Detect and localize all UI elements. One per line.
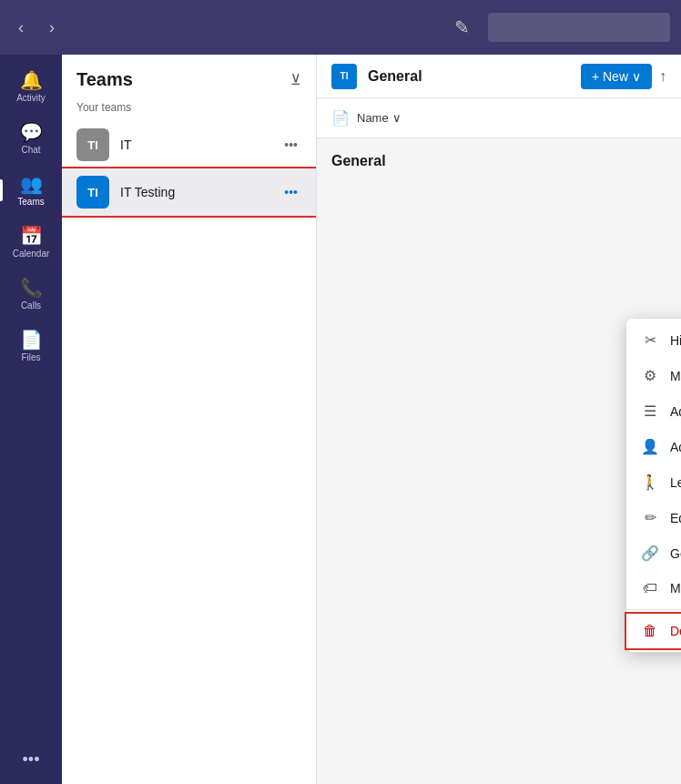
sidebar-item-teams[interactable]: 👥 Teams bbox=[0, 166, 62, 214]
sidebar: 🔔 Activity 💬 Chat 👥 Teams 📅 Calendar 📞 C… bbox=[0, 55, 62, 784]
filter-icon[interactable]: ⊻ bbox=[290, 71, 301, 88]
sidebar-label-teams: Teams bbox=[17, 197, 44, 207]
context-menu: ✂ Hide ⚙ Manage team ☰ Add channel 👤 Add… bbox=[626, 319, 681, 652]
menu-label-edit-team: Edit team bbox=[670, 511, 681, 525]
team-more-it[interactable]: ••• bbox=[280, 134, 301, 156]
teams-panel: Teams ⊻ Your teams TI IT ••• TI IT Testi… bbox=[62, 55, 317, 784]
edit-team-icon: ✏ bbox=[641, 509, 659, 526]
hide-icon: ✂ bbox=[641, 331, 659, 349]
chat-icon: 💬 bbox=[20, 121, 43, 143]
manage-team-icon: ⚙ bbox=[641, 367, 659, 384]
sidebar-label-files: Files bbox=[21, 352, 40, 362]
team-item-it-testing[interactable]: TI IT Testing ••• bbox=[62, 168, 316, 216]
sidebar-item-calls[interactable]: 📞 Calls bbox=[0, 270, 62, 318]
leave-team-icon: 🚶 bbox=[641, 473, 659, 491]
menu-item-manage-tags[interactable]: 🏷 Manage tags bbox=[626, 571, 681, 606]
new-label: + New bbox=[592, 69, 628, 84]
menu-item-delete-team[interactable]: 🗑 Delete the team bbox=[626, 614, 681, 648]
add-channel-icon: ☰ bbox=[641, 402, 659, 420]
menu-item-add-member[interactable]: 👤 Add member bbox=[626, 429, 681, 464]
delete-team-icon: 🗑 bbox=[641, 623, 659, 639]
menu-item-manage-team[interactable]: ⚙ Manage team bbox=[626, 358, 681, 393]
new-chevron-icon: ∨ bbox=[632, 69, 641, 84]
sidebar-item-chat[interactable]: 💬 Chat bbox=[0, 114, 62, 162]
menu-item-leave-team[interactable]: 🚶 Leave the team bbox=[626, 464, 681, 500]
general-label: General bbox=[331, 153, 386, 168]
team-name-it-testing: IT Testing bbox=[120, 185, 269, 199]
sidebar-item-files[interactable]: 📄 Files bbox=[0, 321, 62, 370]
your-teams-label: Your teams bbox=[62, 97, 316, 121]
activity-icon: 🔔 bbox=[20, 69, 43, 91]
menu-label-manage-team: Manage team bbox=[670, 369, 681, 383]
menu-item-hide[interactable]: ✂ Hide bbox=[626, 322, 681, 358]
channel-name: General bbox=[368, 68, 422, 85]
team-more-it-testing[interactable]: ••• bbox=[280, 181, 301, 203]
teams-icon: 👥 bbox=[20, 173, 43, 195]
new-button[interactable]: + New ∨ bbox=[581, 64, 652, 89]
sidebar-item-calendar[interactable]: 📅 Calendar bbox=[0, 218, 62, 266]
channel-header: TI General + New ∨ ↑ bbox=[317, 55, 681, 98]
calls-icon: 📞 bbox=[20, 277, 43, 299]
teams-title: Teams bbox=[76, 69, 133, 90]
menu-label-leave-team: Leave the team bbox=[670, 475, 681, 490]
team-item-it[interactable]: TI IT ••• bbox=[62, 121, 316, 168]
team-avatar-it: TI bbox=[76, 128, 109, 161]
content-area: TI General + New ∨ ↑ 📄 Name ∨ General bbox=[317, 55, 681, 784]
calendar-icon: 📅 bbox=[20, 225, 43, 247]
file-icon: 📄 bbox=[331, 109, 350, 127]
manage-tags-icon: 🏷 bbox=[641, 580, 659, 596]
menu-item-get-link[interactable]: 🔗 Get link to team bbox=[626, 535, 681, 571]
menu-label-add-member: Add member bbox=[670, 440, 681, 454]
name-col-label: Name bbox=[357, 111, 389, 125]
menu-item-edit-team[interactable]: ✏ Edit team bbox=[626, 500, 681, 535]
sidebar-label-calendar: Calendar bbox=[13, 249, 50, 259]
files-icon: 📄 bbox=[20, 329, 43, 351]
back-button[interactable]: ‹ bbox=[11, 15, 31, 41]
channel-avatar: TI bbox=[331, 64, 357, 89]
sidebar-label-calls: Calls bbox=[21, 300, 41, 311]
search-input[interactable] bbox=[488, 13, 670, 42]
main-layout: 🔔 Activity 💬 Chat 👥 Teams 📅 Calendar 📞 C… bbox=[0, 55, 681, 784]
sidebar-label-chat: Chat bbox=[21, 145, 40, 155]
sort-icon: ∨ bbox=[392, 111, 401, 125]
teams-header: Teams ⊻ bbox=[62, 55, 316, 97]
sidebar-label-activity: Activity bbox=[16, 93, 46, 103]
top-bar: ‹ › ✎ bbox=[0, 0, 681, 55]
files-header: 📄 Name ∨ bbox=[317, 98, 681, 138]
forward-button[interactable]: › bbox=[42, 15, 62, 41]
sidebar-item-activity[interactable]: 🔔 Activity bbox=[0, 62, 62, 110]
sidebar-more-button[interactable]: ••• bbox=[23, 750, 40, 769]
channel-actions: + New ∨ ↑ bbox=[581, 64, 666, 89]
menu-label-manage-tags: Manage tags bbox=[670, 581, 681, 596]
menu-divider bbox=[626, 609, 681, 610]
menu-label-delete-team: Delete the team bbox=[670, 624, 681, 638]
add-member-icon: 👤 bbox=[641, 438, 659, 455]
menu-item-add-channel[interactable]: ☰ Add channel bbox=[626, 393, 681, 429]
menu-label-hide: Hide bbox=[670, 333, 681, 348]
compose-button[interactable]: ✎ bbox=[447, 13, 477, 42]
upload-icon[interactable]: ↑ bbox=[659, 68, 666, 85]
name-sort[interactable]: Name ∨ bbox=[357, 111, 401, 125]
menu-label-add-channel: Add channel bbox=[670, 404, 681, 419]
team-avatar-it-testing: TI bbox=[76, 176, 109, 209]
team-name-it: IT bbox=[120, 137, 269, 152]
menu-label-get-link: Get link to team bbox=[670, 546, 681, 561]
get-link-icon: 🔗 bbox=[641, 545, 659, 562]
general-channel-label: General bbox=[317, 138, 681, 184]
